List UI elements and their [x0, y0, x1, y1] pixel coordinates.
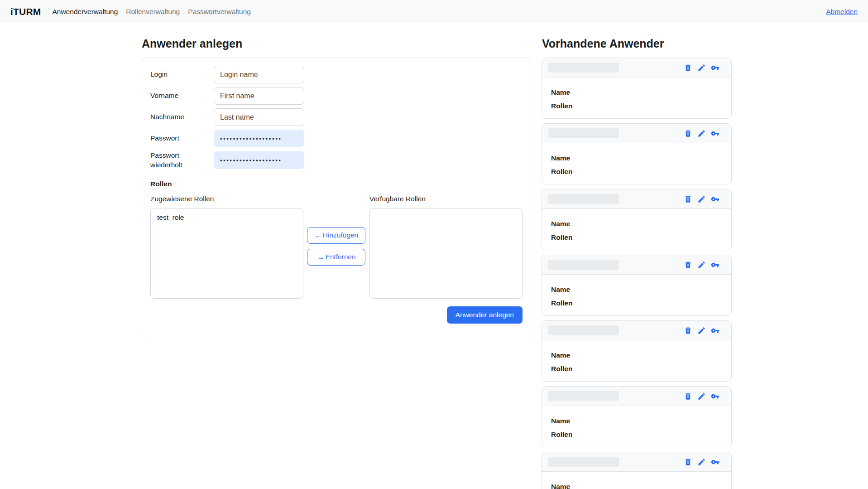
- create-user-submit-button[interactable]: Anwender anlegen: [447, 306, 523, 324]
- user-roles-label: Rollen: [551, 102, 722, 111]
- arrow-right-icon: →: [317, 253, 325, 261]
- user-card-body: Name Rollen: [542, 143, 731, 176]
- user-card-header: [542, 124, 731, 143]
- user-card: Name Rollen: [542, 255, 732, 316]
- roles-dual-list: Zugewiesene Rollen test_role ←Hinzufügen…: [150, 195, 523, 299]
- login-input[interactable]: [214, 66, 304, 83]
- user-name-label: Name: [551, 220, 722, 228]
- user-card-header: [542, 321, 731, 340]
- create-user-form-card: Login Vorname Nachname Passwort Passwort…: [142, 58, 531, 337]
- delete-trash-icon[interactable]: [684, 129, 692, 138]
- add-role-button-label: Hinzufügen: [323, 231, 358, 239]
- user-card-actions: [684, 458, 719, 466]
- edit-pencil-icon[interactable]: [697, 326, 706, 335]
- nav-item-passwortverwaltung[interactable]: Passwortverwaltung: [188, 8, 251, 16]
- login-label: Login: [150, 70, 214, 79]
- user-roles-label: Rollen: [551, 299, 722, 308]
- password-key-icon[interactable]: [711, 63, 719, 72]
- password-repeat-input[interactable]: [214, 151, 304, 169]
- user-card-body: Name Rollen: [542, 340, 731, 373]
- user-card-body: Name Rollen: [542, 406, 731, 439]
- passwort-label: Passwort: [150, 134, 214, 143]
- page-title-create-user: Anwender anlegen: [142, 37, 242, 50]
- delete-trash-icon[interactable]: [684, 326, 692, 335]
- username-skeleton-placeholder: [548, 63, 619, 73]
- edit-pencil-icon[interactable]: [697, 392, 706, 401]
- user-roles-label: Rollen: [551, 431, 722, 439]
- user-name-label: Name: [551, 351, 722, 360]
- form-row-passwort-wiederholt: Passwort wiederholt: [150, 151, 523, 170]
- edit-pencil-icon[interactable]: [697, 129, 706, 138]
- delete-trash-icon[interactable]: [684, 458, 692, 466]
- user-card-body: Name Rollen: [542, 472, 731, 489]
- user-roles-label: Rollen: [551, 168, 722, 176]
- assigned-roles-label: Zugewiesene Rollen: [150, 195, 303, 203]
- password-key-icon[interactable]: [711, 326, 719, 335]
- edit-pencil-icon[interactable]: [697, 195, 706, 203]
- submit-row: Anwender anlegen: [150, 306, 523, 324]
- nav-item-rollenverwaltung[interactable]: Rollenverwaltung: [126, 8, 180, 16]
- edit-pencil-icon[interactable]: [697, 261, 706, 269]
- delete-trash-icon[interactable]: [684, 392, 692, 401]
- user-card-header: [542, 58, 731, 77]
- user-card-actions: [684, 129, 719, 138]
- username-skeleton-placeholder: [548, 128, 619, 138]
- delete-trash-icon[interactable]: [684, 63, 692, 72]
- page-title-existing-users: Vorhandene Anwender: [542, 37, 664, 50]
- user-card: Name Rollen: [542, 320, 732, 382]
- logout-link[interactable]: Abmelden: [826, 8, 858, 16]
- user-roles-label: Rollen: [551, 233, 722, 242]
- first-name-input[interactable]: [214, 87, 304, 105]
- arrow-left-icon: ←: [315, 232, 322, 239]
- username-skeleton-placeholder: [548, 194, 619, 204]
- user-card-body: Name Rollen: [542, 275, 731, 307]
- user-card: Name Rollen: [542, 58, 732, 119]
- user-card-header: [542, 189, 731, 209]
- user-card-body: Name Rollen: [542, 209, 731, 242]
- delete-trash-icon[interactable]: [684, 261, 692, 269]
- user-card: Name Rollen: [542, 386, 732, 447]
- app-brand: iTURM: [10, 6, 41, 17]
- password-key-icon[interactable]: [711, 129, 719, 138]
- password-key-icon[interactable]: [711, 392, 719, 401]
- edit-pencil-icon[interactable]: [697, 63, 706, 72]
- add-role-button[interactable]: ←Hinzufügen: [307, 227, 365, 244]
- user-name-label: Name: [551, 88, 722, 97]
- top-navbar: iTURM Anwenderverwaltung Rollenverwaltun…: [0, 0, 868, 23]
- passwort-wiederholt-label: Passwort wiederholt: [150, 151, 214, 170]
- roles-section-title: Rollen: [150, 180, 523, 188]
- password-input[interactable]: [214, 130, 304, 147]
- user-name-label: Name: [551, 154, 722, 163]
- user-card-body: Name Rollen: [542, 77, 731, 110]
- user-card-header: [542, 255, 731, 275]
- user-card: Name Rollen: [542, 123, 732, 184]
- assigned-roles-column: Zugewiesene Rollen test_role: [150, 195, 303, 299]
- available-roles-column: Verfügbare Rollen: [369, 195, 523, 299]
- user-card: Name Rollen: [542, 189, 732, 250]
- user-card-actions: [684, 261, 719, 269]
- password-key-icon[interactable]: [711, 195, 719, 203]
- password-key-icon[interactable]: [711, 261, 719, 269]
- username-skeleton-placeholder: [548, 391, 619, 401]
- edit-pencil-icon[interactable]: [697, 458, 706, 466]
- delete-trash-icon[interactable]: [684, 195, 692, 203]
- nav-item-anwenderverwaltung[interactable]: Anwenderverwaltung: [53, 8, 118, 16]
- role-option-test-role[interactable]: test_role: [157, 213, 297, 223]
- remove-role-button[interactable]: →Entfernen: [307, 249, 365, 266]
- remove-role-button-label: Entfernen: [325, 253, 355, 261]
- nachname-label: Nachname: [150, 112, 214, 122]
- available-roles-list[interactable]: [369, 208, 523, 299]
- user-name-label: Name: [551, 286, 722, 294]
- assigned-roles-list[interactable]: test_role: [150, 208, 303, 299]
- last-name-input[interactable]: [214, 108, 304, 126]
- user-card-actions: [684, 195, 719, 203]
- user-name-label: Name: [551, 483, 722, 489]
- existing-users-list: Name Rollen Name Rollen: [542, 58, 732, 489]
- vorname-label: Vorname: [150, 91, 214, 101]
- nav-links: Anwenderverwaltung Rollenverwaltung Pass…: [53, 8, 251, 16]
- password-key-icon[interactable]: [711, 458, 719, 466]
- user-card-header: [542, 387, 731, 406]
- form-row-passwort: Passwort: [150, 130, 523, 147]
- roles-transfer-buttons: ←Hinzufügen →Entfernen: [303, 195, 369, 299]
- user-roles-label: Rollen: [551, 365, 722, 373]
